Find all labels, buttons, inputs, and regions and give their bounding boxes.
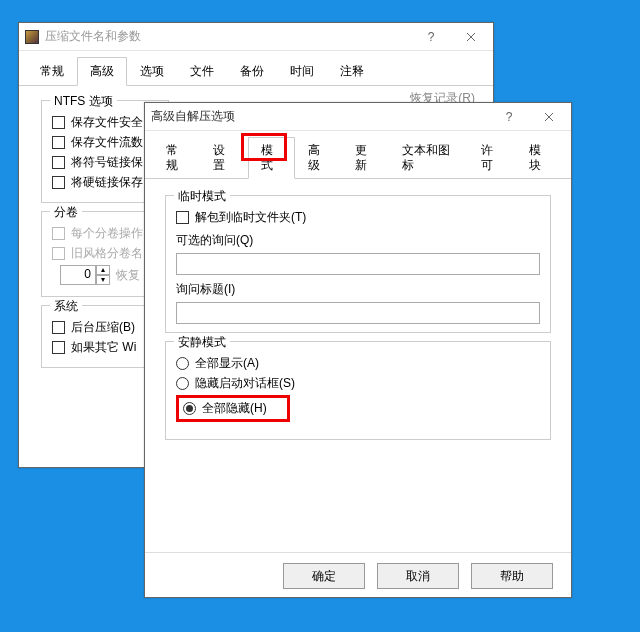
tab-front-general[interactable]: 常规 bbox=[153, 137, 200, 178]
tab-front-mode[interactable]: 模式 bbox=[248, 137, 295, 179]
spinner-up[interactable]: ▴ bbox=[96, 265, 110, 275]
chk-each-volume-label: 每个分卷操作 bbox=[71, 225, 143, 242]
tab-backup[interactable]: 备份 bbox=[227, 57, 277, 85]
tabs-front: 常规 设置 模式 高级 更新 文本和图标 许可 模块 bbox=[145, 131, 571, 179]
close-icon[interactable] bbox=[451, 24, 491, 50]
question-title-input[interactable] bbox=[176, 302, 540, 324]
radio-hide-start-label: 隐藏启动对话框(S) bbox=[195, 375, 295, 392]
quiet-mode-legend: 安静模式 bbox=[174, 334, 230, 351]
close-icon-front[interactable] bbox=[529, 104, 569, 130]
optional-question-input[interactable] bbox=[176, 253, 540, 275]
tab-front-texticon[interactable]: 文本和图标 bbox=[389, 137, 468, 178]
dialog-title: 压缩文件名和参数 bbox=[45, 28, 411, 45]
tab-time[interactable]: 时间 bbox=[277, 57, 327, 85]
chk-save-security-label: 保存文件安全 bbox=[71, 114, 143, 131]
recovery-spinner[interactable]: 0 ▴▾ bbox=[60, 265, 110, 285]
radio-hide-all[interactable] bbox=[183, 402, 196, 415]
temp-mode-legend: 临时模式 bbox=[174, 188, 230, 205]
chk-save-streams-label: 保存文件流数 bbox=[71, 134, 143, 151]
chk-old-style-label: 旧风格分卷名 bbox=[71, 245, 143, 262]
chk-other-win-label: 如果其它 Wi bbox=[71, 339, 136, 356]
chk-unpack-temp[interactable] bbox=[176, 211, 189, 224]
radio-hide-start[interactable] bbox=[176, 377, 189, 390]
chk-other-win[interactable] bbox=[52, 341, 65, 354]
tab-general[interactable]: 常规 bbox=[27, 57, 77, 85]
spinner-down[interactable]: ▾ bbox=[96, 275, 110, 285]
dialog-buttons: 确定 取消 帮助 bbox=[145, 552, 571, 589]
cancel-button[interactable]: 取消 bbox=[377, 563, 459, 589]
radio-show-all[interactable] bbox=[176, 357, 189, 370]
tab-front-advanced[interactable]: 高级 bbox=[295, 137, 342, 178]
tab-front-setup[interactable]: 设置 bbox=[200, 137, 247, 178]
help-button-bottom[interactable]: 帮助 bbox=[471, 563, 553, 589]
tab-front-module[interactable]: 模块 bbox=[516, 137, 563, 178]
tabs-back: 常规 高级 选项 文件 备份 时间 注释 bbox=[19, 51, 493, 86]
spinner-value[interactable]: 0 bbox=[60, 265, 96, 285]
chk-each-volume bbox=[52, 227, 65, 240]
tab-front-update[interactable]: 更新 bbox=[342, 137, 389, 178]
chk-background-label: 后台压缩(B) bbox=[71, 319, 135, 336]
tab-options[interactable]: 选项 bbox=[127, 57, 177, 85]
chk-background[interactable] bbox=[52, 321, 65, 334]
volume-legend: 分卷 bbox=[50, 204, 82, 221]
sfx-title: 高级自解压选项 bbox=[151, 108, 489, 125]
spinner-label: 恢复 bbox=[116, 267, 140, 284]
titlebar-back: 压缩文件名和参数 ? bbox=[19, 23, 493, 51]
question-title-label: 询问标题(I) bbox=[176, 281, 540, 298]
ok-button[interactable]: 确定 bbox=[283, 563, 365, 589]
chk-hardlink-label: 将硬链接保存 bbox=[71, 174, 143, 191]
radio-hide-all-label: 全部隐藏(H) bbox=[202, 400, 267, 417]
tab-front-license[interactable]: 许可 bbox=[468, 137, 515, 178]
chk-old-style bbox=[52, 247, 65, 260]
chk-save-security[interactable] bbox=[52, 116, 65, 129]
chk-hardlink[interactable] bbox=[52, 176, 65, 189]
tab-files[interactable]: 文件 bbox=[177, 57, 227, 85]
system-legend: 系统 bbox=[50, 298, 82, 315]
ntfs-legend: NTFS 选项 bbox=[50, 93, 117, 110]
tab-advanced[interactable]: 高级 bbox=[77, 57, 127, 86]
help-button-front[interactable]: ? bbox=[489, 104, 529, 130]
optional-question-label: 可选的询问(Q) bbox=[176, 232, 540, 249]
rar-icon bbox=[25, 30, 39, 44]
sfx-options-dialog: 高级自解压选项 ? 常规 设置 模式 高级 更新 文本和图标 许可 模块 临时模… bbox=[144, 102, 572, 598]
titlebar-front: 高级自解压选项 ? bbox=[145, 103, 571, 131]
hide-all-highlight: 全部隐藏(H) bbox=[176, 395, 290, 422]
chk-symlink-label: 将符号链接保 bbox=[71, 154, 143, 171]
chk-unpack-temp-label: 解包到临时文件夹(T) bbox=[195, 209, 306, 226]
radio-show-all-label: 全部显示(A) bbox=[195, 355, 259, 372]
help-button[interactable]: ? bbox=[411, 24, 451, 50]
chk-save-streams[interactable] bbox=[52, 136, 65, 149]
chk-symlink[interactable] bbox=[52, 156, 65, 169]
tab-comment[interactable]: 注释 bbox=[327, 57, 377, 85]
